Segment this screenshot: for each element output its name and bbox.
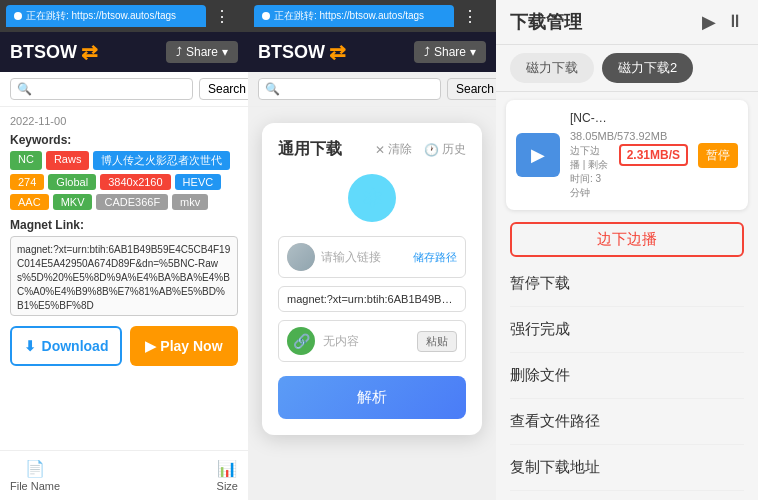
parse-button[interactable]: 解析 xyxy=(278,376,466,419)
download-icon: ⬇ xyxy=(24,338,36,354)
menu-item-force-complete[interactable]: 强行完成 xyxy=(510,307,744,353)
search-btn-2[interactable]: Search xyxy=(447,78,496,100)
share-button-2[interactable]: ⤴ Share ▾ xyxy=(414,41,486,63)
history-label: 历史 xyxy=(442,141,466,158)
browser-tab-2[interactable]: 正在跳转: https://btsow.autos/tags xyxy=(254,5,454,27)
download-name: [NC-Raws] 博人传之火影忍者次世代 - 274 (B-Global 3.… xyxy=(570,110,609,127)
keyword-tag[interactable]: 274 xyxy=(10,174,44,190)
file-icon-1: 📄 xyxy=(25,459,45,478)
menu-item-copy-path[interactable]: 复制文件路径 xyxy=(510,491,744,500)
download-label: Download xyxy=(42,338,109,354)
search-bar-2: 🔍 Search Tags xyxy=(248,72,496,107)
search-input-wrap-1: 🔍 xyxy=(10,78,193,100)
menu-item-copy-url-label: 复制下载地址 xyxy=(510,458,600,475)
play-now-button[interactable]: ▶ Play Now xyxy=(130,326,238,366)
tab-magnet-2-label: 磁力下载2 xyxy=(618,60,677,75)
keyword-tag[interactable]: mkv xyxy=(172,194,208,210)
size-icon-1: 📊 xyxy=(217,459,237,478)
footer-size-label-1: Size xyxy=(217,480,238,492)
user-avatar xyxy=(287,243,315,271)
download-item: ▶ [NC-Raws] 博人传之火影忍者次世代 - 274 (B-Global … xyxy=(506,100,748,210)
download-manager-header: 下载管理 ▶ ⏸ xyxy=(496,0,758,45)
dialog-app-icon: ⚛ xyxy=(348,174,396,222)
item-pause-button[interactable]: 暂停 xyxy=(698,143,738,168)
panel-download-manager: 下载管理 ▶ ⏸ 磁力下载 磁力下载2 ▶ [NC-Raws] 博人传之火影忍者… xyxy=(496,0,758,500)
tab-loading-dot xyxy=(14,12,22,20)
magnet-label-1: Magnet Link: xyxy=(10,218,238,232)
search-btn-1[interactable]: Search xyxy=(199,78,248,100)
share-button-1[interactable]: ⤴ Share ▾ xyxy=(166,41,238,63)
empty-label: 无内容 xyxy=(323,333,409,350)
panel-btsow-1: 正在跳转: https://btsow.autos/tags ⋮ BTSOW ⇄… xyxy=(0,0,248,500)
btsow-logo-arrow-1: ⇄ xyxy=(81,40,98,64)
keywords-section-1: Keywords: NC Raws 博人传之火影忍者次世代 274 Global… xyxy=(10,133,238,210)
menu-item-stream-label: 边下边播 xyxy=(597,230,657,247)
menu-item-copy-url[interactable]: 复制下载地址 xyxy=(510,445,744,491)
tab-magnet-2[interactable]: 磁力下载2 xyxy=(602,53,693,83)
browser-tab-1[interactable]: 正在跳转: https://btsow.autos/tags xyxy=(6,5,206,27)
tab-loading-dot-2 xyxy=(262,12,270,20)
tab-url-2: 正在跳转: https://btsow.autos/tags xyxy=(274,9,424,23)
keyword-tag[interactable]: MKV xyxy=(53,194,93,210)
btsow-header-2: BTSOW ⇄ ⤴ Share ▾ xyxy=(248,32,496,72)
date-1: 2022-11-00 xyxy=(10,115,238,127)
menu-item-view-path-label: 查看文件路径 xyxy=(510,412,600,429)
keyword-tag[interactable]: Raws xyxy=(46,151,90,170)
share-label-1: Share xyxy=(186,45,218,59)
link-icon: 🔗 xyxy=(287,327,315,355)
tab-magnet-1-label: 磁力下载 xyxy=(526,60,578,75)
paste-button[interactable]: 粘贴 xyxy=(417,331,457,352)
pause-control-btn[interactable]: ⏸ xyxy=(726,11,744,33)
clear-button[interactable]: ✕ 清除 xyxy=(375,141,412,158)
keyword-tag[interactable]: NC xyxy=(10,151,42,170)
chevron-down-icon-2: ▾ xyxy=(470,45,476,59)
download-dialog: 通用下载 ✕ 清除 🕐 历史 ⚛ xyxy=(262,123,482,435)
keyword-tag[interactable]: Global xyxy=(48,174,96,190)
tab-magnet-1[interactable]: 磁力下载 xyxy=(510,53,594,83)
content-area-1: 2022-11-00 Keywords: NC Raws 博人传之火影忍者次世代… xyxy=(0,107,248,450)
history-button[interactable]: 🕐 历史 xyxy=(424,141,466,158)
keyword-tag[interactable]: 3840x2160 xyxy=(100,174,170,190)
download-thumbnail: ▶ xyxy=(516,133,560,177)
dialog-header: 通用下载 ✕ 清除 🕐 历史 xyxy=(278,139,466,160)
menu-item-pause-label: 暂停下载 xyxy=(510,274,570,291)
keyword-tag[interactable]: 博人传之火影忍者次世代 xyxy=(93,151,230,170)
save-path-button[interactable]: 储存路径 xyxy=(413,250,457,265)
share-icon-2: ⤴ xyxy=(424,45,430,59)
keyword-tag[interactable]: AAC xyxy=(10,194,49,210)
clock-icon: 🕐 xyxy=(424,143,439,157)
play-control-btn[interactable]: ▶ xyxy=(702,11,716,33)
download-manager-controls: ▶ ⏸ xyxy=(702,11,744,33)
search-bar-1: 🔍 Search Tags xyxy=(0,72,248,107)
keyword-tag[interactable]: CADE366F xyxy=(96,194,168,210)
download-status: 边下边播 | 剩余时间: 3分钟 xyxy=(570,144,609,200)
chevron-down-icon-1: ▾ xyxy=(222,45,228,59)
tab-url-1: 正在跳转: https://btsow.autos/tags xyxy=(26,9,176,23)
download-button[interactable]: ⬇ Download xyxy=(10,326,122,366)
tab-menu-btn-2[interactable]: ⋮ xyxy=(458,5,482,28)
menu-item-stream[interactable]: 边下边播 xyxy=(510,222,744,257)
menu-item-delete-file[interactable]: 删除文件 xyxy=(510,353,744,399)
tab-menu-btn-1[interactable]: ⋮ xyxy=(210,5,234,28)
tab-bar-2: 正在跳转: https://btsow.autos/tags ⋮ xyxy=(248,0,496,32)
context-menu-list: 边下边播 暂停下载 强行完成 删除文件 查看文件路径 复制下载地址 复制文件路径… xyxy=(496,218,758,500)
menu-item-pause-download[interactable]: 暂停下载 xyxy=(510,261,744,307)
share-icon-1: ⤴ xyxy=(176,45,182,59)
url-input-row[interactable]: 请输入链接 储存路径 xyxy=(278,236,466,278)
search-icon-2: 🔍 xyxy=(265,82,280,96)
url-value-display: magnet:?xt=urn:btih:6AB1B49B59E4C5CB4F xyxy=(278,286,466,312)
panel-btsow-2: 正在跳转: https://btsow.autos/tags ⋮ BTSOW ⇄… xyxy=(248,0,496,500)
dialog-title: 通用下载 xyxy=(278,139,342,160)
search-input-2[interactable] xyxy=(284,82,434,96)
url-placeholder-text: 请输入链接 xyxy=(321,249,407,266)
btsow-logo-2: BTSOW ⇄ xyxy=(258,40,346,64)
magnet-tabs: 磁力下载 磁力下载2 xyxy=(496,45,758,92)
dialog-actions: ✕ 清除 🕐 历史 xyxy=(375,141,466,158)
file-footer-1: 📄 File Name 📊 Size xyxy=(0,450,248,500)
keyword-tag[interactable]: HEVC xyxy=(175,174,222,190)
menu-item-view-path[interactable]: 查看文件路径 xyxy=(510,399,744,445)
search-input-1[interactable] xyxy=(36,82,186,96)
download-manager-title: 下载管理 xyxy=(510,10,582,34)
btsow-logo-arrow-2: ⇄ xyxy=(329,40,346,64)
download-info: [NC-Raws] 博人传之火影忍者次世代 - 274 (B-Global 3.… xyxy=(570,110,609,200)
